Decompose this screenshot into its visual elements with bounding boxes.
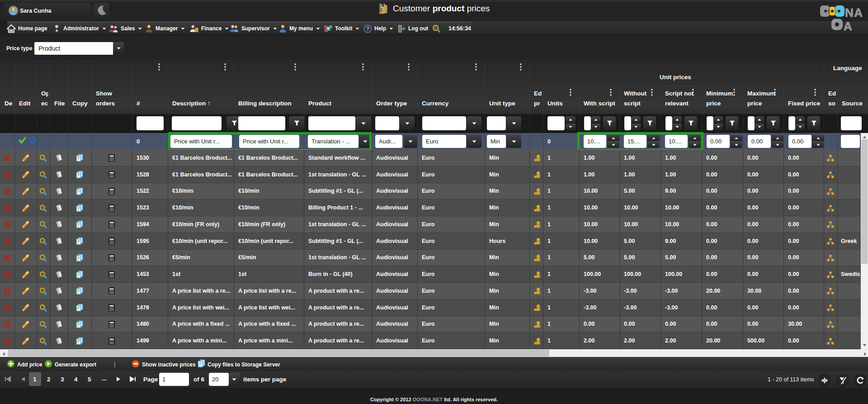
svg-text:A: A [844,19,852,32]
svg-text:NA: NA [845,6,863,19]
